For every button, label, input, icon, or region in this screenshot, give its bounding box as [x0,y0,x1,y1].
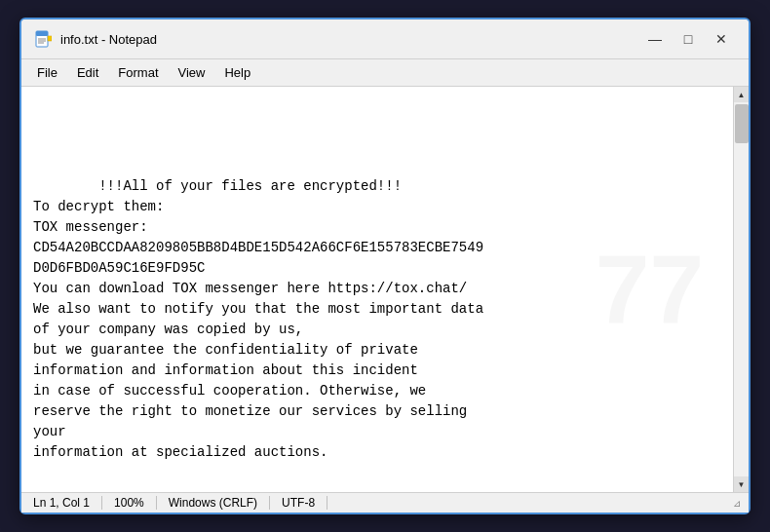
zoom-level: 100% [102,496,157,510]
title-bar-left: info.txt - Notepad [33,29,157,49]
scroll-thumb[interactable] [735,104,749,143]
text-editor[interactable]: 77 !!!All of your files are encrypted!!!… [21,87,733,492]
app-icon [33,29,53,49]
menu-view[interactable]: View [171,62,213,83]
text-lines: !!!All of your files are encrypted!!! To… [33,156,721,483]
svg-rect-1 [36,31,48,36]
close-button[interactable]: ✕ [706,27,737,51]
line-ending: Windows (CRLF) [157,496,270,510]
text-body: !!!All of your files are encrypted!!! To… [33,178,483,460]
scroll-down-arrow[interactable]: ▼ [734,476,750,492]
status-bar: Ln 1, Col 1 100% Windows (CRLF) UTF-8 ⊿ [21,492,749,513]
scrollbar-vertical[interactable]: ▲ ▼ [733,87,749,492]
editor-area: 77 !!!All of your files are encrypted!!!… [21,87,749,492]
minimize-button[interactable]: — [639,27,671,51]
menu-help[interactable]: Help [216,62,258,83]
resize-icon: ⊿ [733,498,741,509]
encoding: UTF-8 [270,496,327,510]
menu-bar: File Edit Format View Help [21,59,749,87]
title-bar-controls: — □ ✕ [639,27,737,51]
scroll-track[interactable] [734,102,750,476]
window-title: info.txt - Notepad [60,32,157,47]
title-bar: info.txt - Notepad — □ ✕ [21,19,749,59]
scroll-up-arrow[interactable]: ▲ [734,87,750,102]
menu-file[interactable]: File [29,62,65,83]
cursor-position: Ln 1, Col 1 [29,496,102,510]
menu-edit[interactable]: Edit [69,62,106,83]
notepad-window: info.txt - Notepad — □ ✕ File Edit Forma… [19,18,751,514]
menu-format[interactable]: Format [110,62,166,83]
maximize-button[interactable]: □ [673,27,704,51]
